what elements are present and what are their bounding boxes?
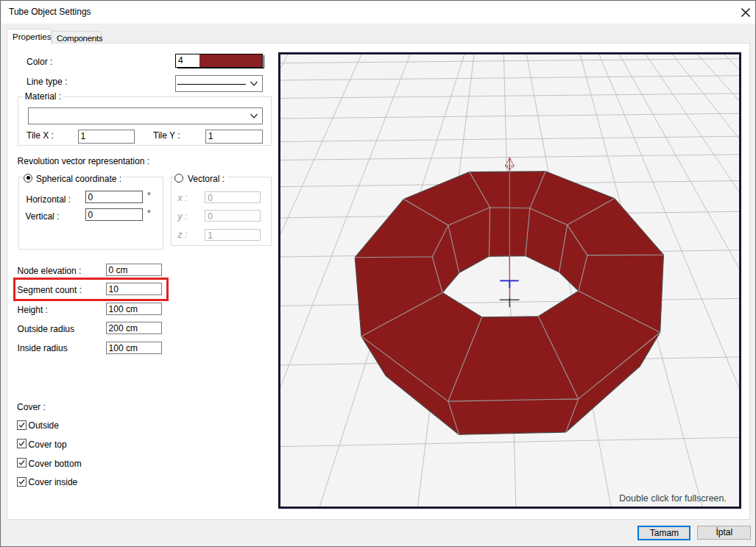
svg-text:Double click for fullscreen.: Double click for fullscreen. [619,493,727,504]
